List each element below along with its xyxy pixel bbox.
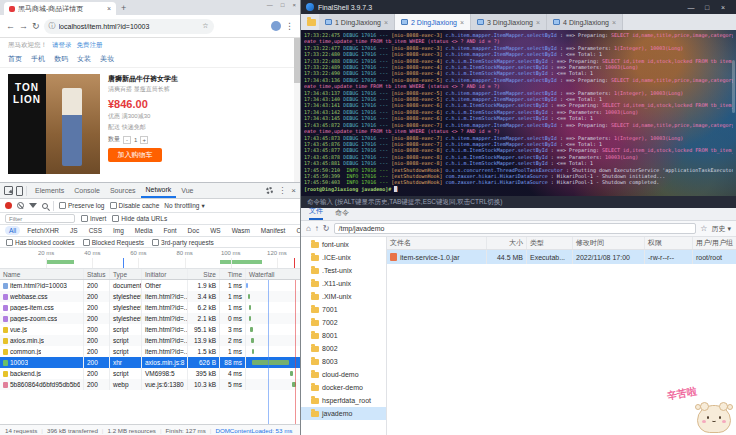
network-request-row[interactable]: common.js200scriptitem.html?id=...1.5 kB… <box>0 346 300 357</box>
file-column-header[interactable]: 权限 <box>645 237 693 249</box>
new-tab-button[interactable]: + <box>121 3 126 13</box>
tree-folder[interactable]: 7001 <box>301 303 386 316</box>
nav-link[interactable]: 首页 <box>8 54 22 64</box>
device-toolbar-icon[interactable] <box>16 186 23 196</box>
blocked-filter-checkbox[interactable]: Blocked Requests <box>83 239 144 246</box>
page-scrollbar[interactable] <box>294 38 300 182</box>
scrollbar-thumb[interactable] <box>294 38 300 83</box>
file-column-header[interactable]: 文件名 <box>387 237 487 249</box>
file-row[interactable]: item-service-1.0.jar44.5 MBExecutab...20… <box>387 250 736 264</box>
file-column-header[interactable]: 类型 <box>527 237 573 249</box>
reload-button[interactable]: ↻ <box>32 21 40 31</box>
file-column-header[interactable]: 修改时间 <box>573 237 645 249</box>
tree-folder[interactable]: 8001 <box>301 329 386 342</box>
tab-close-icon[interactable]: × <box>107 5 111 12</box>
tab-close-icon[interactable]: × <box>612 19 616 26</box>
devtools-menu-icon[interactable]: ⋮ <box>278 186 286 195</box>
network-request-row[interactable]: axios.min.js200scriptitem.html?id=...13.… <box>0 335 300 346</box>
network-request-row[interactable]: backend.js200scriptVM6998:5395 kB4 ms <box>0 368 300 379</box>
close-button[interactable]: × <box>715 0 731 14</box>
tree-folder[interactable]: font-unix <box>301 238 386 251</box>
session-tab[interactable]: 3 DingJiaxiong× <box>471 14 547 30</box>
settings-gear-icon[interactable] <box>266 187 273 194</box>
filter-chip[interactable]: CSS <box>85 226 106 235</box>
filter-chip[interactable]: Doc <box>184 226 204 235</box>
session-tab[interactable]: 1 DingJiaxiong× <box>319 14 395 30</box>
tab-close-icon[interactable]: × <box>384 19 388 26</box>
filter-chip[interactable]: Manifest <box>257 226 290 235</box>
clear-icon[interactable] <box>17 202 24 209</box>
maximize-button[interactable]: □ <box>281 2 285 8</box>
filter-chip[interactable]: Img <box>109 226 128 235</box>
network-filter-input[interactable]: Filter <box>5 214 75 223</box>
command-input-bar[interactable]: 命令输入 (按ALT键显示历史,TAB键提示,ESC键返回,双击CTRL切换) <box>301 196 736 208</box>
back-button[interactable]: ← <box>6 21 15 31</box>
tree-folder[interactable]: .ICE-unix <box>301 251 386 264</box>
devtools-close-icon[interactable]: × <box>291 186 296 195</box>
filter-chip[interactable]: All <box>5 226 20 235</box>
tree-folder[interactable]: 8002 <box>301 342 386 355</box>
column-header[interactable]: Status <box>84 269 110 279</box>
throttling-select[interactable]: No throttling▾ <box>164 202 204 210</box>
path-input[interactable]: /tmp/javademo <box>334 223 697 234</box>
register-link[interactable]: 免费注册 <box>77 41 103 50</box>
tree-folder[interactable]: .X11-unix <box>301 277 386 290</box>
network-request-row[interactable]: item.html?id=10003200documentOther1.9 kB… <box>0 280 300 291</box>
history-button[interactable]: 历史 ▾ <box>711 224 731 234</box>
blocked-filter-checkbox[interactable]: 3rd-party requests <box>152 239 214 246</box>
forward-button[interactable]: → <box>19 21 28 31</box>
home-icon[interactable]: ⌂ <box>306 224 311 233</box>
blocked-filter-checkbox[interactable]: Has blocked cookies <box>6 239 75 246</box>
profile-avatar[interactable] <box>271 21 281 31</box>
tab-close-icon[interactable]: × <box>460 19 464 26</box>
filter-chip[interactable]: WS <box>206 226 224 235</box>
filter-chip[interactable]: Media <box>131 226 157 235</box>
network-request-row[interactable]: webbase.css200stylesheetitem.html?id=...… <box>0 291 300 302</box>
login-link[interactable]: 请登录 <box>52 41 72 50</box>
refresh-icon[interactable]: ↻ <box>323 224 330 233</box>
browser-menu-icon[interactable]: ⋮ <box>285 21 294 31</box>
bookmark-star-icon[interactable]: ☆ <box>202 22 208 30</box>
add-to-cart-button[interactable]: 加入购物车 <box>108 148 162 162</box>
filter-chip[interactable]: Other <box>292 226 300 235</box>
filter-chip[interactable]: Fetch/XHR <box>23 226 63 235</box>
tree-folder[interactable]: javademo <box>301 407 386 420</box>
maximize-button[interactable]: □ <box>699 0 715 14</box>
tree-folder[interactable]: 8003 <box>301 355 386 368</box>
network-request-row[interactable]: pages-item.css200stylesheetitem.html?id=… <box>0 302 300 313</box>
terminal[interactable]: 17:33:22:475 DEBUG 17016 --- [nio-8088-e… <box>301 30 736 196</box>
column-header[interactable]: Name <box>0 269 84 279</box>
panel-tab-files[interactable]: 文件 <box>309 206 323 220</box>
devtools-tab-elements[interactable]: Elements <box>30 183 69 198</box>
session-tab[interactable]: 2 DingJiaxiong× <box>395 14 471 30</box>
product-image[interactable]: TON LION <box>8 74 100 174</box>
favorite-star-icon[interactable]: ☆ <box>700 224 707 233</box>
minimize-button[interactable]: — <box>267 2 273 8</box>
file-column-header[interactable]: 用户/用户组 <box>693 237 736 249</box>
record-button[interactable] <box>5 202 12 209</box>
minimize-button[interactable]: — <box>683 0 699 14</box>
filter-chip[interactable]: Font <box>160 226 181 235</box>
nav-link[interactable]: 手机 <box>31 54 45 64</box>
disable-cache-checkbox[interactable]: Disable cache <box>110 202 160 209</box>
tree-folder[interactable]: cloud-demo <box>301 368 386 381</box>
tree-folder[interactable]: hsperfdata_root <box>301 394 386 407</box>
url-bar[interactable]: ⓘ localhost/item.html?id=10003 ☆ <box>44 19 214 34</box>
invert-checkbox[interactable]: Invert <box>81 215 106 222</box>
network-request-row[interactable]: vue.js200scriptitem.html?id=...95.1 kB3 … <box>0 324 300 335</box>
browser-tab[interactable]: 黑马商城-商品详情页 × <box>4 2 116 15</box>
filter-chip[interactable]: JS <box>66 226 82 235</box>
network-request-row[interactable]: 10003200xhraxios.min.js:8626 B88 ms <box>0 357 300 368</box>
devtools-tab-network[interactable]: Network <box>141 183 177 198</box>
network-request-row[interactable]: pages-zoom.css200stylesheetitem.html?id=… <box>0 313 300 324</box>
devtools-tab-sources[interactable]: Sources <box>105 183 141 198</box>
column-header[interactable]: Initiator <box>142 269 188 279</box>
tree-folder[interactable]: .XIM-unix <box>301 290 386 303</box>
column-header[interactable]: Type <box>110 269 142 279</box>
session-tab[interactable]: 4 DingJiaxiong× <box>547 14 623 30</box>
nav-link[interactable]: 女装 <box>77 54 91 64</box>
tab-close-icon[interactable]: × <box>536 19 540 26</box>
filter-icon[interactable] <box>29 203 37 208</box>
inspect-icon[interactable] <box>4 186 13 195</box>
column-header[interactable]: Waterfall <box>246 269 300 279</box>
